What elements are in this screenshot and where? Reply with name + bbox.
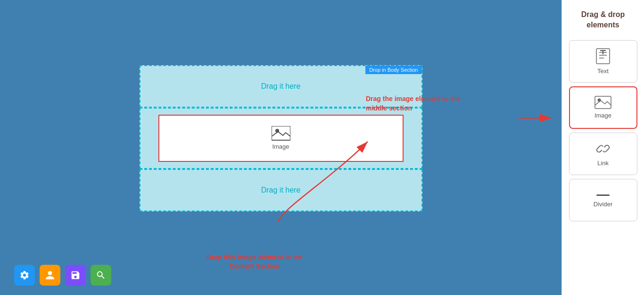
user-icon (45, 270, 55, 280)
drop-badge: Drop in Body Section (365, 66, 421, 74)
drag-it-here-top: Drag it here (261, 82, 301, 91)
element-card-link[interactable]: Link (569, 133, 637, 175)
element-card-divider-label: Divider (594, 201, 612, 208)
element-card-link-label: Link (597, 160, 609, 167)
annotation-bottom: Drop this image element in the Content S… (203, 253, 306, 271)
element-card-image-label: Image (594, 112, 611, 119)
canvas-area: Drag it here Drop in Body Section Image … (0, 0, 561, 295)
drop-zone-container: Drag it here Drop in Body Section Image … (140, 65, 422, 211)
save-icon (70, 270, 81, 280)
image-element-icon (594, 96, 611, 109)
sidebar-title: Drag & drop elements (567, 9, 639, 31)
divider-element-icon (594, 192, 611, 198)
toolbar (14, 265, 111, 286)
link-element-icon (595, 141, 611, 157)
image-element-card[interactable]: Image (158, 115, 404, 162)
drag-it-here-bottom: Drag it here (261, 186, 301, 194)
settings-icon (19, 270, 30, 280)
svg-rect-11 (596, 194, 610, 196)
svg-point-10 (598, 99, 601, 102)
image-element-label: Image (272, 143, 289, 150)
search-button[interactable] (91, 265, 111, 286)
search-icon (96, 270, 106, 280)
element-card-text[interactable]: Text (569, 40, 637, 83)
annotation-right: Drag the image element to the middle sec… (366, 94, 460, 113)
user-button[interactable] (40, 265, 60, 286)
element-card-divider[interactable]: Divider (569, 179, 637, 221)
element-card-text-label: Text (597, 67, 609, 75)
element-card-image[interactable]: Image (569, 86, 637, 129)
save-button[interactable] (65, 265, 86, 286)
drop-section-bottom[interactable]: Drag it here (140, 169, 422, 211)
settings-button[interactable] (14, 265, 35, 286)
sidebar: Drag & drop elements Text Image Link (561, 0, 644, 295)
text-element-icon (595, 48, 611, 65)
image-icon-large (272, 126, 290, 141)
drop-section-middle[interactable]: Image (140, 108, 422, 169)
svg-rect-0 (272, 126, 290, 140)
